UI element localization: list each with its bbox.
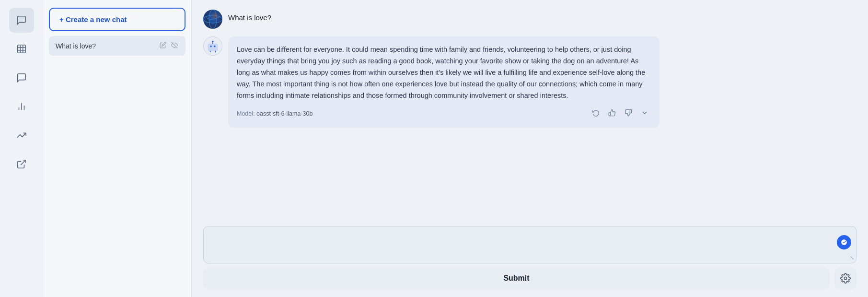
trend-icon xyxy=(16,130,27,141)
sidebar-btn-messages[interactable] xyxy=(9,65,34,90)
retry-button[interactable] xyxy=(590,107,602,119)
bot-message-row: Love can be different for everyone. It c… xyxy=(203,36,856,128)
sidebar-btn-stats[interactable] xyxy=(9,94,34,119)
retry-icon xyxy=(592,109,600,117)
input-area: ⤡ Submit xyxy=(203,226,856,289)
sidebar-btn-chat[interactable] xyxy=(9,8,34,33)
user-message-row: What is love? xyxy=(203,10,856,29)
edit-icon xyxy=(160,42,166,48)
input-box-wrapper: ⤡ xyxy=(203,226,856,263)
chevron-down-icon xyxy=(641,109,648,117)
expand-button[interactable] xyxy=(638,107,651,120)
sidebar-btn-trends[interactable] xyxy=(9,123,34,148)
hide-icon xyxy=(171,42,178,48)
chat-icon xyxy=(16,15,27,25)
send-button[interactable] xyxy=(837,235,851,249)
bot-actions xyxy=(590,107,651,120)
hide-chat-button[interactable] xyxy=(170,41,179,51)
submit-row: Submit xyxy=(203,267,856,289)
svg-line-8 xyxy=(21,160,25,165)
thumbs-up-button[interactable] xyxy=(606,107,618,119)
model-label: Model: oasst-sft-6-llama-30b xyxy=(237,110,312,117)
svg-rect-14 xyxy=(208,44,218,51)
thumbs-down-icon xyxy=(625,109,632,117)
sidebar-btn-export[interactable] xyxy=(9,152,34,177)
message-input[interactable] xyxy=(204,226,856,261)
messages-container: What is love? Love can be different for … xyxy=(203,10,856,218)
resize-handle[interactable]: ⤡ xyxy=(850,255,854,261)
svg-point-18 xyxy=(212,41,213,42)
export-icon xyxy=(16,159,27,169)
thumbs-down-button[interactable] xyxy=(622,107,635,119)
message-icon xyxy=(16,72,27,83)
create-chat-button[interactable]: + Create a new chat xyxy=(49,8,185,31)
stats-icon xyxy=(16,101,27,112)
chat-item-label: What is love? xyxy=(56,42,159,50)
sidebar-btn-table[interactable] xyxy=(9,36,34,61)
user-message-text: What is love? xyxy=(228,10,271,22)
bot-message-text: Love can be different for everyone. It c… xyxy=(237,44,651,102)
user-avatar xyxy=(203,10,222,29)
user-avatar-globe-icon xyxy=(203,10,222,29)
bot-avatar xyxy=(203,36,222,56)
svg-rect-15 xyxy=(210,46,212,47)
gear-icon xyxy=(840,273,851,284)
table-icon xyxy=(16,44,27,54)
bot-avatar-icon xyxy=(207,40,219,52)
bot-message-footer: Model: oasst-sft-6-llama-30b xyxy=(237,107,651,120)
svg-rect-16 xyxy=(214,46,215,47)
settings-button[interactable] xyxy=(834,267,856,289)
edit-chat-button[interactable] xyxy=(159,41,167,51)
main-chat-area: What is love? Love can be different for … xyxy=(192,0,868,297)
send-icon xyxy=(841,239,847,246)
bot-message-bubble: Love can be different for everyone. It c… xyxy=(228,36,660,128)
svg-point-21 xyxy=(844,277,847,280)
svg-rect-0 xyxy=(17,45,25,53)
model-name: oasst-sft-6-llama-30b xyxy=(256,110,312,117)
submit-button[interactable]: Submit xyxy=(203,267,830,289)
thumbs-up-icon xyxy=(608,109,616,117)
chat-sidebar: + Create a new chat What is love? xyxy=(43,0,192,297)
chat-list-item[interactable]: What is love? xyxy=(49,36,185,56)
chat-item-actions xyxy=(159,41,179,51)
icon-sidebar xyxy=(0,0,43,297)
